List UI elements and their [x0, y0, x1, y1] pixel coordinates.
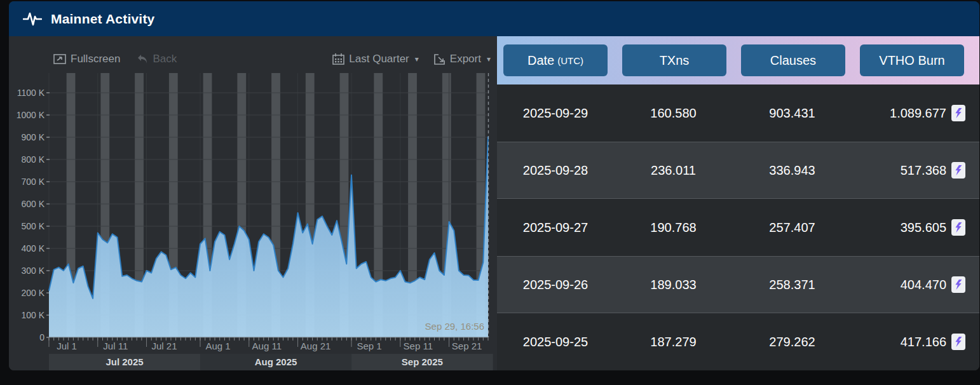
column-label: Date — [527, 53, 554, 68]
column-header-vtho-burn[interactable]: VTHO Burn — [860, 44, 964, 76]
txns-cell: 190.768 — [614, 220, 733, 235]
range-label: Last Quarter — [349, 53, 409, 65]
x-axis-label: Jul 11 — [103, 341, 128, 351]
table-row: 2025-09-25187.279279.262417.166 — [497, 313, 979, 370]
back-icon — [137, 54, 148, 64]
y-axis-label: 0 — [39, 332, 44, 342]
date-cell: 2025-09-29 — [497, 106, 614, 121]
x-axis-label: Sep 21 — [452, 341, 482, 351]
lightning-badge[interactable] — [951, 276, 965, 293]
x-axis-label: Sep 1 — [357, 341, 381, 351]
fullscreen-label: Fullscreen — [71, 53, 120, 65]
vtho-burn-cell: 417.166 — [852, 334, 979, 350]
y-axis-label: 900 K — [21, 132, 44, 142]
table-header-row: Date (UTC)TXnsClausesVTHO Burn — [497, 36, 979, 84]
column-label: TXns — [660, 53, 690, 68]
clauses-cell: 903.431 — [733, 106, 852, 121]
table-row: 2025-09-27190.768257.407395.605 — [497, 199, 979, 256]
x-axis-label: Jul 1 — [57, 341, 77, 351]
column-sublabel: (UTC) — [557, 55, 583, 66]
crosshair-timestamp: Sep 29, 16:56 — [425, 321, 484, 332]
column-label: VTHO Burn — [879, 53, 944, 68]
y-axis-label: 1100 K — [17, 88, 45, 98]
back-button[interactable]: Back — [137, 53, 177, 65]
y-axis-label: 500 K — [21, 221, 44, 231]
table-row: 2025-09-28236.011336.943517.368 — [497, 142, 979, 199]
table-row: 2025-09-26189.033258.371404.470 — [497, 256, 979, 313]
lightning-icon — [955, 337, 962, 347]
fullscreen-button[interactable]: Fullscreen — [53, 53, 120, 65]
clauses-cell: 336.943 — [733, 163, 852, 178]
txns-cell: 187.279 — [614, 335, 733, 349]
lightning-icon — [955, 222, 962, 233]
y-axis-label: 400 K — [21, 243, 44, 253]
lightning-icon — [955, 108, 962, 118]
y-axis-label: 200 K — [21, 288, 44, 298]
range-selector-button[interactable]: Last Quarter ▾ — [332, 53, 419, 65]
lightning-icon — [955, 165, 962, 175]
calendar-icon — [332, 53, 344, 65]
x-axis-label: Aug 1 — [205, 341, 230, 351]
panel-header: Mainnet Activity — [9, 1, 979, 36]
date-cell: 2025-09-25 — [497, 335, 614, 349]
clauses-cell: 257.407 — [733, 220, 852, 235]
table-row: 2025-09-29160.580903.4311.089.677 — [497, 84, 979, 142]
activity-pulse-icon — [23, 11, 42, 27]
column-label: Clauses — [770, 53, 816, 68]
txns-cell: 236.011 — [614, 163, 733, 178]
vtho-burn-cell: 404.470 — [852, 276, 979, 293]
date-cell: 2025-09-27 — [497, 220, 614, 235]
date-cell: 2025-09-26 — [497, 278, 614, 292]
page-title: Mainnet Activity — [51, 11, 154, 27]
chart-section: Fullscreen Back — [9, 36, 497, 370]
chart-toolbar: Fullscreen Back — [9, 51, 497, 67]
y-axis-label: 300 K — [21, 266, 44, 276]
month-band-label: Jul 2025 — [105, 356, 143, 367]
back-label: Back — [153, 53, 177, 65]
burn-value: 404.470 — [901, 278, 946, 292]
caret-down-icon: ▾ — [415, 55, 419, 64]
mainnet-activity-panel: Mainnet Activity Fullscreen Back — [9, 1, 979, 370]
y-axis-label: 600 K — [21, 199, 44, 209]
x-axis-label: Jul 21 — [152, 341, 177, 351]
clauses-cell: 279.262 — [733, 335, 852, 349]
burn-value: 1.089.677 — [890, 106, 946, 121]
lightning-badge[interactable] — [951, 105, 965, 121]
month-band-label: Sep 2025 — [402, 356, 443, 367]
y-axis-label: 800 K — [21, 154, 44, 165]
burn-value: 395.605 — [901, 220, 946, 235]
caret-down-icon: ▾ — [487, 55, 491, 64]
y-axis-label: 700 K — [21, 177, 44, 187]
lightning-badge[interactable] — [951, 162, 965, 179]
column-header-txns[interactable]: TXns — [622, 44, 726, 76]
x-axis-label: Sep 11 — [404, 341, 433, 351]
export-label: Export — [450, 53, 481, 65]
vtho-burn-cell: 395.605 — [852, 219, 979, 236]
column-header-clauses[interactable]: Clauses — [741, 44, 845, 76]
txns-cell: 189.033 — [614, 278, 733, 292]
txns-cell: 160.580 — [614, 106, 733, 121]
activity-table: Date (UTC)TXnsClausesVTHO Burn 2025-09-2… — [497, 36, 979, 370]
x-axis-label: Aug 11 — [252, 341, 282, 351]
lightning-badge[interactable] — [951, 334, 965, 350]
activity-area-chart[interactable]: 0100 K200 K300 K400 K500 K600 K700 K800 … — [9, 36, 497, 370]
vtho-burn-cell: 517.368 — [852, 162, 979, 179]
x-axis-label: Aug 21 — [301, 341, 331, 351]
export-button[interactable]: Export ▾ — [434, 53, 491, 65]
vtho-burn-cell: 1.089.677 — [852, 105, 979, 121]
month-band-label: Aug 2025 — [255, 356, 297, 367]
date-cell: 2025-09-28 — [497, 163, 614, 178]
column-header-date[interactable]: Date (UTC) — [503, 44, 608, 76]
fullscreen-icon — [53, 54, 66, 64]
lightning-icon — [955, 280, 962, 290]
clauses-cell: 258.371 — [733, 278, 852, 292]
lightning-badge[interactable] — [951, 219, 965, 236]
y-axis-label: 1000 K — [17, 110, 45, 120]
burn-value: 417.166 — [901, 335, 946, 349]
burn-value: 517.368 — [901, 163, 946, 178]
y-axis-label: 100 K — [21, 310, 44, 320]
export-icon — [434, 54, 446, 65]
